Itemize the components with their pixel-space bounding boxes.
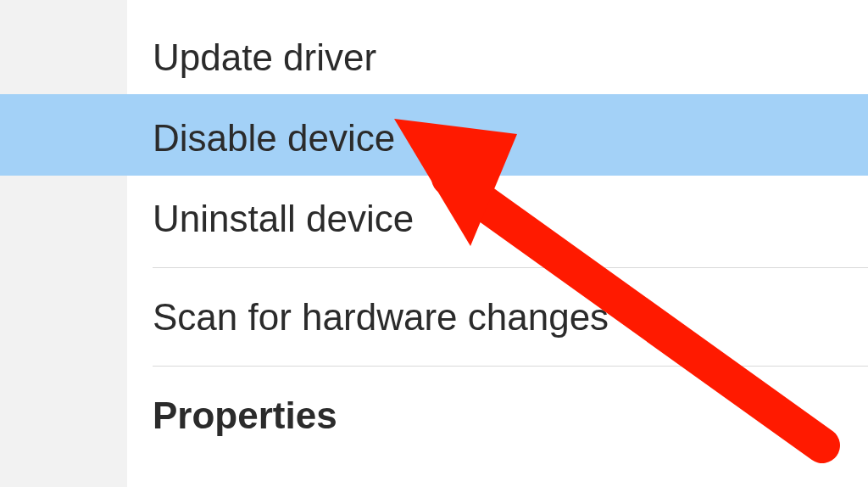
menu-item-properties[interactable]: Properties [127, 375, 868, 456]
menu-item-update-driver[interactable]: Update driver [127, 17, 868, 98]
menu-item-disable-device[interactable]: Disable device [127, 98, 868, 178]
menu-item-scan-hardware-changes[interactable]: Scan for hardware changes [127, 277, 868, 357]
context-menu: Update driver Disable device Uninstall d… [127, 0, 868, 487]
menu-item-label: Scan for hardware changes [153, 296, 609, 338]
menu-item-label: Properties [153, 395, 337, 436]
menu-item-label: Update driver [153, 36, 376, 78]
menu-item-uninstall-device[interactable]: Uninstall device [127, 178, 868, 259]
menu-item-label: Disable device [153, 117, 395, 159]
menu-separator [153, 267, 868, 268]
margin-strip [0, 0, 127, 487]
menu-separator [153, 366, 868, 367]
menu-item-label: Uninstall device [153, 198, 414, 239]
